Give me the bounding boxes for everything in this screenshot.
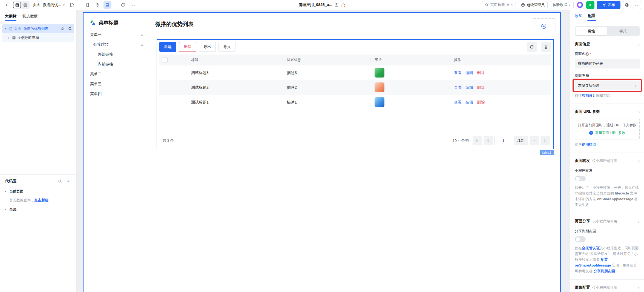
info-icon[interactable]: [334, 3, 338, 7]
ai-assistant-button[interactable]: [576, 1, 584, 9]
add-component-placeholder[interactable]: [532, 18, 556, 34]
next-page-button[interactable]: [530, 136, 539, 145]
layout-design-link[interactable]: 布局设计: [582, 93, 596, 98]
nav-item-menu2[interactable]: 菜单二: [84, 69, 149, 79]
cell-image-thumbnail[interactable]: [375, 97, 384, 107]
sync-button[interactable]: [119, 1, 127, 9]
first-page-button[interactable]: [473, 136, 482, 145]
row-view-link[interactable]: 查看: [454, 70, 462, 75]
segment-style[interactable]: 样式: [607, 27, 639, 35]
row-delete-link[interactable]: 删除: [477, 85, 485, 90]
prev-page-button[interactable]: [484, 136, 493, 145]
row-delete-link[interactable]: 删除: [477, 70, 485, 75]
row-edit-link[interactable]: 编辑: [465, 70, 473, 75]
nav-item-link-jump[interactable]: 链接跳转 ∧: [84, 40, 149, 50]
admin-button[interactable]: 超级管理员: [518, 1, 548, 9]
code-add-button[interactable]: +: [65, 178, 71, 185]
code-current-page-node[interactable]: ▾ 当前页面: [5, 189, 71, 194]
table-delete-button[interactable]: 删除: [179, 42, 196, 52]
more-button[interactable]: [633, 1, 641, 9]
nav-item-menu3[interactable]: 菜单三: [84, 79, 149, 89]
settings-button[interactable]: [623, 1, 631, 9]
page-selector-label: 页面: 微搭的优...: [33, 2, 61, 7]
ellipsis-icon: [131, 5, 135, 5]
view-mode-editor-button[interactable]: [13, 2, 21, 8]
table-row-height-button[interactable]: [541, 42, 551, 52]
table-refresh-button[interactable]: [527, 42, 537, 52]
row-checkbox[interactable]: [163, 100, 163, 105]
share-toggle-switch[interactable]: [575, 236, 586, 242]
row-view-link[interactable]: 查看: [454, 85, 462, 90]
desktop-preview-button[interactable]: [104, 1, 111, 9]
nav-item-menu4[interactable]: 菜单四: [84, 89, 149, 99]
tab-add[interactable]: 添加: [575, 13, 582, 21]
tree-node-layout[interactable]: ▸ 左侧导航布局: [2, 33, 74, 42]
row-edit-link[interactable]: 编辑: [465, 100, 473, 105]
app-logo-icon: [90, 19, 96, 26]
code-create-link[interactable]: 点击新建: [34, 198, 48, 202]
row-view-link[interactable]: 查看: [454, 100, 462, 105]
last-page-button[interactable]: [540, 136, 550, 145]
row-edit-link[interactable]: 编辑: [465, 85, 473, 90]
page-size-select[interactable]: 10 ∨: [453, 139, 459, 143]
play-icon: [588, 3, 592, 7]
table-component[interactable]: 新建 删除 导出 导入: [157, 39, 554, 149]
section-screen-config[interactable]: 屏幕配置 仅小程序端可用 ›: [570, 285, 644, 290]
section-page-share[interactable]: 页面分享 仅小程序端可用 ›: [570, 219, 644, 224]
section-page-info[interactable]: 页面信息 ›: [570, 42, 644, 47]
row-delete-link[interactable]: 删除: [477, 100, 485, 105]
preview-run-button[interactable]: [586, 1, 594, 9]
tree-search-icon[interactable]: [68, 27, 72, 31]
chevron-up-icon: ∧: [141, 33, 143, 36]
tab-config[interactable]: 配置: [588, 13, 596, 21]
phone-preview-button[interactable]: [84, 1, 91, 9]
page-name-input[interactable]: [575, 59, 640, 68]
nav-item-external-link[interactable]: 外部链接: [84, 50, 149, 59]
code-search-button[interactable]: [57, 178, 63, 185]
section-page-forward[interactable]: 页面转发 仅小程序端可用 ›: [570, 158, 644, 163]
select-all-checkbox[interactable]: [163, 58, 168, 62]
view-mode-segmented: [13, 1, 30, 9]
create-url-param-button[interactable]: 新建页面 URL 参数: [577, 130, 637, 135]
cloud-save-icon[interactable]: [341, 3, 345, 7]
forward-toggle-switch[interactable]: [575, 176, 586, 181]
topbar-more-button[interactable]: [129, 1, 137, 9]
share-doc-link[interactable]: 分享到朋友圈: [594, 269, 615, 273]
table-create-button[interactable]: 新建: [159, 42, 176, 52]
section-title: 页面 URL 参数: [575, 109, 600, 114]
usage-guide-link[interactable]: 使用指引: [582, 142, 596, 147]
code-global-node[interactable]: ▸ 全局: [5, 207, 71, 212]
current-page-input[interactable]: 1: [495, 136, 512, 145]
nav-item-internal-link[interactable]: 内部链接: [84, 59, 149, 69]
row-checkbox[interactable]: [163, 85, 163, 90]
cell-image-thumbnail[interactable]: [375, 68, 384, 78]
page-selector[interactable]: 页面: 微搭的优... ∨: [33, 2, 65, 7]
canvas-page[interactable]: 菜单标题 菜单一 ∧ 链接跳转 ∧ 外部链接 内部链接: [83, 12, 561, 292]
publish-button[interactable]: 发布: [597, 1, 620, 9]
tab-state-data[interactable]: 状态数据: [22, 14, 38, 21]
page-settings-gear-icon[interactable]: [61, 27, 64, 31]
row-checkbox[interactable]: [163, 70, 163, 75]
new-page-button[interactable]: [68, 1, 76, 9]
cell-image-thumbnail[interactable]: [375, 82, 384, 92]
env-data-dropdown[interactable]: 体验数据 ∨: [550, 1, 574, 9]
table-import-button[interactable]: 导入: [219, 42, 235, 52]
page-search-button[interactable]: 页面检索 ⌘ K: [482, 1, 516, 9]
hosted-auth-link[interactable]: 全托管认证: [582, 246, 600, 250]
table-export-button[interactable]: 导出: [199, 42, 216, 52]
watch-preview-button[interactable]: [94, 1, 101, 9]
table-row: 测试标题1 描述1 查看 编辑 删除: [159, 95, 551, 110]
section-url-params[interactable]: 页面 URL 参数 ›: [570, 109, 644, 114]
tree-node-page[interactable]: ▾ 页面: 微搭的优势列表: [2, 24, 74, 33]
page-layout-select[interactable]: 左侧导航布局 ∨: [575, 81, 640, 90]
column-header-title: 标题: [187, 55, 283, 65]
caret-down-icon[interactable]: ▾: [4, 27, 7, 30]
tab-outline-tree[interactable]: 大纲树: [5, 14, 16, 21]
caret-right-icon[interactable]: ▸: [8, 36, 10, 39]
table-pagination: 共 3 条 10 ∨ 条/页: [159, 134, 551, 147]
back-button[interactable]: [3, 1, 10, 9]
segment-properties[interactable]: 属性: [576, 27, 607, 35]
view-mode-layout-button[interactable]: [21, 2, 29, 8]
nav-item-menu1[interactable]: 菜单一 ∧: [84, 30, 149, 40]
section-divider: [570, 279, 644, 280]
